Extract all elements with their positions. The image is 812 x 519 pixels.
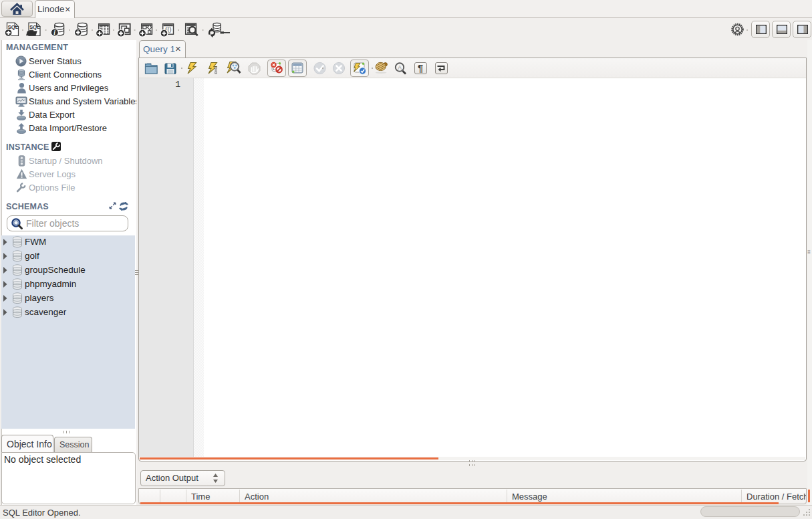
svg-text:(): () (168, 26, 172, 33)
svg-text:¶: ¶ (418, 63, 423, 74)
svg-text:i: i (53, 29, 55, 36)
svg-text:A: A (398, 64, 402, 71)
